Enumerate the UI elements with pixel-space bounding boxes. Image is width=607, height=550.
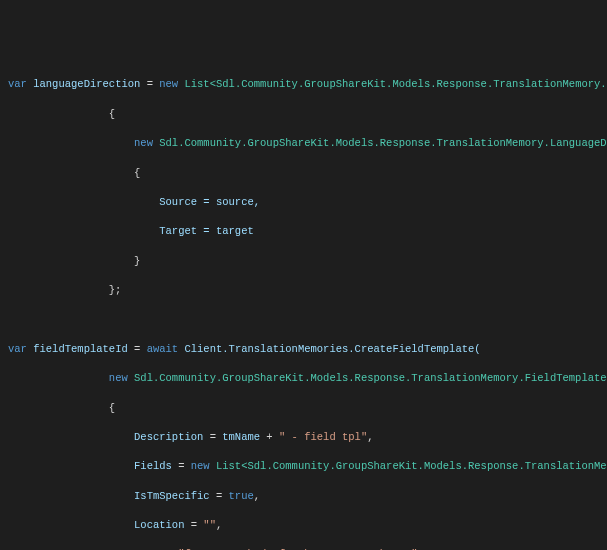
type-ref: Sdl.Community.GroupShareKit.Models.Respo…: [159, 137, 607, 149]
str: - field tpl: [285, 431, 361, 443]
prop: Source = source,: [159, 196, 260, 208]
code-editor[interactable]: var languageDirection = new List<Sdl.Com…: [8, 63, 599, 550]
call: Client.TranslationMemories.CreateFieldTe…: [184, 343, 480, 355]
type-ref: Sdl.Community.GroupShareKit.Models.Respo…: [134, 372, 607, 384]
prop: Target = target: [159, 225, 254, 237]
type-ref: List<Sdl.Community.GroupShareKit.Models.…: [184, 78, 607, 90]
type-ref: List<Sdl.Community.GroupShareKit.Models.…: [216, 460, 607, 472]
